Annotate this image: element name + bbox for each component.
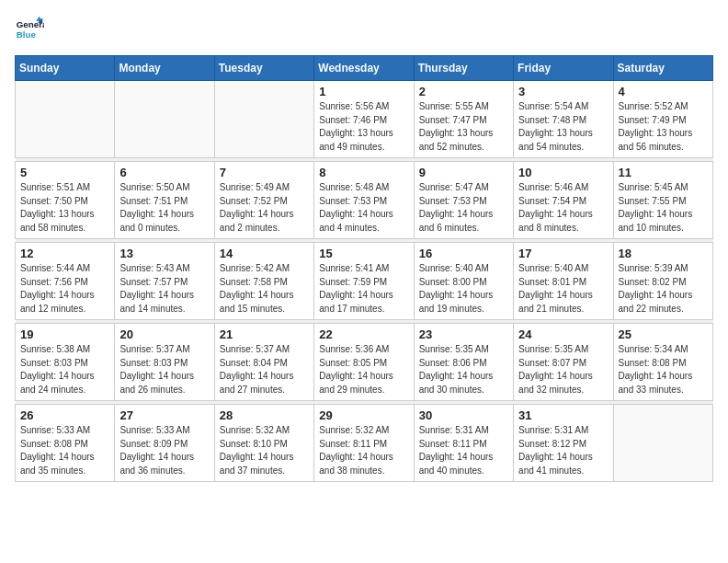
day-cell: 20Sunrise: 5:37 AM Sunset: 8:03 PM Dayli… [115,324,214,401]
day-number: 1 [319,85,408,98]
day-number: 9 [419,166,508,179]
day-cell: 19Sunrise: 5:38 AM Sunset: 8:03 PM Dayli… [16,324,115,401]
weekday-header-thursday: Thursday [414,56,513,81]
day-cell: 3Sunrise: 5:54 AM Sunset: 7:48 PM Daylig… [514,81,613,158]
day-cell: 25Sunrise: 5:34 AM Sunset: 8:08 PM Dayli… [613,324,712,401]
day-info: Sunrise: 5:55 AM Sunset: 7:47 PM Dayligh… [419,100,508,154]
week-row-2: 5Sunrise: 5:51 AM Sunset: 7:50 PM Daylig… [16,162,713,239]
day-info: Sunrise: 5:31 AM Sunset: 8:12 PM Dayligh… [518,424,608,477]
weekday-header-monday: Monday [115,56,214,81]
day-cell: 15Sunrise: 5:41 AM Sunset: 7:59 PM Dayli… [314,243,414,320]
day-cell: 16Sunrise: 5:40 AM Sunset: 8:00 PM Dayli… [414,243,513,320]
day-cell: 8Sunrise: 5:48 AM Sunset: 7:53 PM Daylig… [314,162,414,239]
day-cell: 6Sunrise: 5:50 AM Sunset: 7:51 PM Daylig… [115,162,214,239]
day-info: Sunrise: 5:47 AM Sunset: 7:53 PM Dayligh… [419,181,508,235]
day-cell [613,405,712,482]
day-info: Sunrise: 5:41 AM Sunset: 7:59 PM Dayligh… [319,262,408,316]
day-info: Sunrise: 5:40 AM Sunset: 8:00 PM Dayligh… [419,262,508,316]
weekday-header-sunday: Sunday [16,56,115,81]
day-cell: 26Sunrise: 5:33 AM Sunset: 8:08 PM Dayli… [16,405,115,482]
day-number: 7 [220,166,309,179]
day-cell: 2Sunrise: 5:55 AM Sunset: 7:47 PM Daylig… [414,81,513,158]
day-cell: 10Sunrise: 5:46 AM Sunset: 7:54 PM Dayli… [514,162,613,239]
day-cell: 31Sunrise: 5:31 AM Sunset: 8:12 PM Dayli… [514,405,613,482]
weekday-header-wednesday: Wednesday [314,56,414,81]
week-row-3: 12Sunrise: 5:44 AM Sunset: 7:56 PM Dayli… [16,243,713,320]
day-cell: 1Sunrise: 5:56 AM Sunset: 7:46 PM Daylig… [314,81,414,158]
day-number: 26 [20,408,109,422]
day-info: Sunrise: 5:56 AM Sunset: 7:46 PM Dayligh… [319,100,408,154]
day-info: Sunrise: 5:43 AM Sunset: 7:57 PM Dayligh… [119,262,209,316]
day-number: 14 [220,247,309,260]
weekday-header-row: SundayMondayTuesdayWednesdayThursdayFrid… [16,56,713,81]
day-cell: 22Sunrise: 5:36 AM Sunset: 8:05 PM Dayli… [314,324,414,401]
day-info: Sunrise: 5:33 AM Sunset: 8:08 PM Dayligh… [20,424,109,477]
day-cell: 13Sunrise: 5:43 AM Sunset: 7:57 PM Dayli… [115,243,214,320]
day-cell: 5Sunrise: 5:51 AM Sunset: 7:50 PM Daylig… [16,162,115,239]
weekday-header-tuesday: Tuesday [214,56,313,81]
day-info: Sunrise: 5:32 AM Sunset: 8:10 PM Dayligh… [220,424,309,477]
day-info: Sunrise: 5:31 AM Sunset: 8:11 PM Dayligh… [419,424,508,477]
day-number: 13 [119,247,209,260]
day-number: 22 [319,327,408,341]
day-cell: 30Sunrise: 5:31 AM Sunset: 8:11 PM Dayli… [414,405,513,482]
day-number: 25 [619,327,708,341]
day-info: Sunrise: 5:35 AM Sunset: 8:06 PM Dayligh… [419,343,508,396]
day-cell: 18Sunrise: 5:39 AM Sunset: 8:02 PM Dayli… [613,243,712,320]
day-number: 23 [419,327,508,341]
day-cell: 24Sunrise: 5:35 AM Sunset: 8:07 PM Dayli… [514,324,613,401]
day-info: Sunrise: 5:37 AM Sunset: 8:04 PM Dayligh… [220,343,309,396]
day-cell: 11Sunrise: 5:45 AM Sunset: 7:55 PM Dayli… [613,162,712,239]
day-cell: 12Sunrise: 5:44 AM Sunset: 7:56 PM Dayli… [16,243,115,320]
day-number: 17 [518,247,608,260]
page-header: General Blue [15,15,713,44]
day-cell: 27Sunrise: 5:33 AM Sunset: 8:09 PM Dayli… [115,405,214,482]
day-info: Sunrise: 5:35 AM Sunset: 8:07 PM Dayligh… [518,343,608,396]
day-cell: 29Sunrise: 5:32 AM Sunset: 8:11 PM Dayli… [314,405,414,482]
day-number: 27 [119,408,209,422]
day-number: 20 [119,327,209,341]
day-info: Sunrise: 5:49 AM Sunset: 7:52 PM Dayligh… [220,181,309,235]
day-info: Sunrise: 5:52 AM Sunset: 7:49 PM Dayligh… [619,100,708,154]
day-info: Sunrise: 5:32 AM Sunset: 8:11 PM Dayligh… [319,424,408,477]
calendar-table: SundayMondayTuesdayWednesdayThursdayFrid… [15,55,713,482]
day-cell [16,81,115,158]
day-number: 18 [619,247,708,260]
day-info: Sunrise: 5:50 AM Sunset: 7:51 PM Dayligh… [119,181,209,235]
logo-icon: General Blue [15,15,44,44]
weekday-header-saturday: Saturday [613,56,712,81]
day-cell [214,81,313,158]
day-number: 10 [518,166,608,179]
week-row-4: 19Sunrise: 5:38 AM Sunset: 8:03 PM Dayli… [16,324,713,401]
day-number: 16 [419,247,508,260]
day-number: 11 [619,166,708,179]
day-number: 19 [20,327,109,341]
day-info: Sunrise: 5:46 AM Sunset: 7:54 PM Dayligh… [518,181,608,235]
day-number: 2 [419,85,508,98]
day-number: 8 [319,166,408,179]
day-info: Sunrise: 5:36 AM Sunset: 8:05 PM Dayligh… [319,343,408,396]
day-number: 21 [220,327,309,341]
day-number: 5 [20,166,109,179]
day-info: Sunrise: 5:39 AM Sunset: 8:02 PM Dayligh… [619,262,708,316]
day-cell: 21Sunrise: 5:37 AM Sunset: 8:04 PM Dayli… [214,324,313,401]
day-number: 30 [419,408,508,422]
day-number: 31 [518,408,608,422]
day-info: Sunrise: 5:44 AM Sunset: 7:56 PM Dayligh… [20,262,109,316]
weekday-header-friday: Friday [514,56,613,81]
day-info: Sunrise: 5:33 AM Sunset: 8:09 PM Dayligh… [119,424,209,477]
svg-text:Blue: Blue [17,29,37,40]
day-info: Sunrise: 5:40 AM Sunset: 8:01 PM Dayligh… [518,262,608,316]
day-cell: 14Sunrise: 5:42 AM Sunset: 7:58 PM Dayli… [214,243,313,320]
logo: General Blue [15,15,44,44]
day-info: Sunrise: 5:34 AM Sunset: 8:08 PM Dayligh… [619,343,708,396]
day-info: Sunrise: 5:42 AM Sunset: 7:58 PM Dayligh… [220,262,309,316]
day-cell: 28Sunrise: 5:32 AM Sunset: 8:10 PM Dayli… [214,405,313,482]
day-info: Sunrise: 5:54 AM Sunset: 7:48 PM Dayligh… [518,100,608,154]
day-number: 4 [619,85,708,98]
week-row-5: 26Sunrise: 5:33 AM Sunset: 8:08 PM Dayli… [16,405,713,482]
day-cell: 7Sunrise: 5:49 AM Sunset: 7:52 PM Daylig… [214,162,313,239]
day-info: Sunrise: 5:45 AM Sunset: 7:55 PM Dayligh… [619,181,708,235]
day-number: 24 [518,327,608,341]
day-number: 28 [220,408,309,422]
